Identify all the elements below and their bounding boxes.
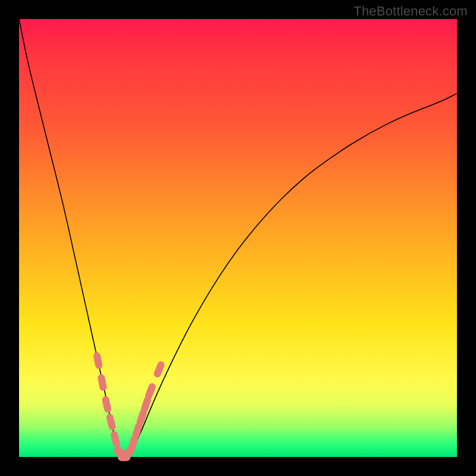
curve-marker [97,374,107,392]
curve-marker [105,413,116,431]
curve-marker [93,352,103,369]
curve-marker [153,361,166,378]
plot-area [19,19,457,457]
curve-marker [144,382,156,400]
watermark-text: TheBottleneck.com [353,4,468,19]
curve-marker [110,431,121,449]
curve-layer [19,19,457,457]
outer-frame: TheBottleneck.com [0,0,476,476]
bottleneck-curve [19,19,457,456]
curve-marker [101,396,112,414]
marker-group [93,352,165,461]
